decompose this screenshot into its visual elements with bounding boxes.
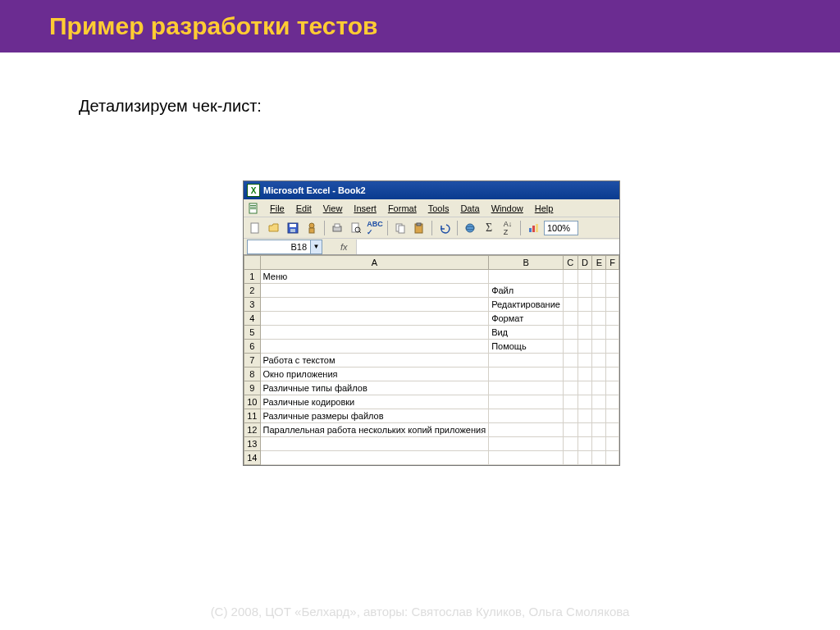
cell[interactable] [606,270,619,284]
cell[interactable]: Работа с текстом [260,354,489,368]
cell[interactable] [489,368,564,381]
cell[interactable] [578,368,592,381]
cell[interactable] [592,340,606,354]
menu-view[interactable]: View [318,202,348,215]
cell[interactable] [564,368,578,381]
cell[interactable] [578,312,592,326]
cell[interactable] [592,451,606,465]
cell[interactable] [564,298,578,312]
cell[interactable] [578,284,592,298]
cell[interactable]: Формат [489,312,564,326]
cell[interactable] [260,312,489,326]
cell[interactable] [260,284,489,298]
cell[interactable] [578,298,592,312]
zoom-input[interactable]: 100% [544,221,578,235]
sort-desc-icon[interactable]: A↓Z [500,220,516,236]
cell[interactable] [260,340,489,354]
row-header[interactable]: 6 [244,340,261,354]
save-icon[interactable] [285,220,301,236]
row-header[interactable]: 2 [244,284,261,298]
name-box[interactable]: B18 [247,240,311,254]
chart-icon[interactable] [525,220,541,236]
menu-window[interactable]: Window [486,202,528,215]
cell[interactable] [606,340,619,354]
cell[interactable] [489,270,564,284]
menu-tools[interactable]: Tools [423,202,454,215]
col-header-B[interactable]: B [489,256,564,270]
cell[interactable] [578,437,592,451]
new-file-icon[interactable] [247,220,263,236]
cell[interactable] [260,451,489,465]
cell[interactable] [606,298,619,312]
spellcheck-icon[interactable]: ABC✓ [367,220,383,236]
cell[interactable] [489,437,564,451]
col-header-A[interactable]: A [260,256,489,270]
row-header[interactable]: 1 [244,270,261,284]
cell[interactable]: Вид [489,326,564,340]
col-header-F[interactable]: F [606,256,619,270]
cell[interactable] [564,409,578,423]
cell[interactable]: Меню [260,270,489,284]
cell[interactable] [578,423,592,437]
cell[interactable] [592,312,606,326]
cell[interactable] [564,354,578,368]
select-all-corner[interactable] [244,256,261,270]
cell[interactable]: Окно приложения [260,368,489,381]
cell[interactable] [606,354,619,368]
cell[interactable] [578,354,592,368]
permission-icon[interactable] [304,220,320,236]
cell[interactable] [260,326,489,340]
cell[interactable] [489,451,564,465]
row-header[interactable]: 9 [244,381,261,395]
menu-format[interactable]: Format [383,202,422,215]
cell[interactable] [606,312,619,326]
cell[interactable]: Различные размеры файлов [260,409,489,423]
paste-icon[interactable] [411,220,427,236]
cell[interactable] [592,423,606,437]
formula-input[interactable] [356,240,619,254]
cell[interactable] [564,284,578,298]
cell[interactable] [489,381,564,395]
cell[interactable]: Редактирование [489,298,564,312]
cell[interactable]: Файл [489,284,564,298]
copy-icon[interactable] [392,220,409,236]
cell[interactable] [592,354,606,368]
print-preview-icon[interactable] [348,220,364,236]
cell[interactable] [606,326,619,340]
cell[interactable] [489,395,564,409]
col-header-D[interactable]: D [578,256,592,270]
row-header[interactable]: 10 [244,395,261,409]
row-header[interactable]: 5 [244,326,261,340]
cell[interactable] [578,381,592,395]
menu-help[interactable]: Help [530,202,559,215]
menu-file[interactable]: File [265,202,290,215]
spreadsheet-grid[interactable]: A B C D E F 1Меню2Файл3Редактирование4Фо… [244,255,619,465]
cell[interactable] [578,409,592,423]
cell[interactable] [592,270,606,284]
row-header[interactable]: 3 [244,298,261,312]
cell[interactable] [578,326,592,340]
row-header[interactable]: 8 [244,368,261,381]
cell[interactable] [606,284,619,298]
cell[interactable] [564,437,578,451]
name-box-dropdown-icon[interactable]: ▼ [311,240,322,254]
cell[interactable] [578,270,592,284]
hyperlink-icon[interactable] [462,220,478,236]
cell[interactable]: Помощь [489,340,564,354]
print-icon[interactable] [329,220,345,236]
menu-edit[interactable]: Edit [291,202,317,215]
cell[interactable] [564,423,578,437]
row-header[interactable]: 12 [244,423,261,437]
open-icon[interactable] [266,220,282,236]
cell[interactable] [564,395,578,409]
cell[interactable] [592,381,606,395]
cell[interactable]: Параллельная работа нескольких копий при… [260,423,489,437]
cell[interactable] [606,423,619,437]
cell[interactable] [606,409,619,423]
col-header-E[interactable]: E [592,256,606,270]
cell[interactable] [578,395,592,409]
cell[interactable]: Различные типы файлов [260,381,489,395]
cell[interactable] [564,312,578,326]
cell[interactable] [606,451,619,465]
cell[interactable] [564,451,578,465]
